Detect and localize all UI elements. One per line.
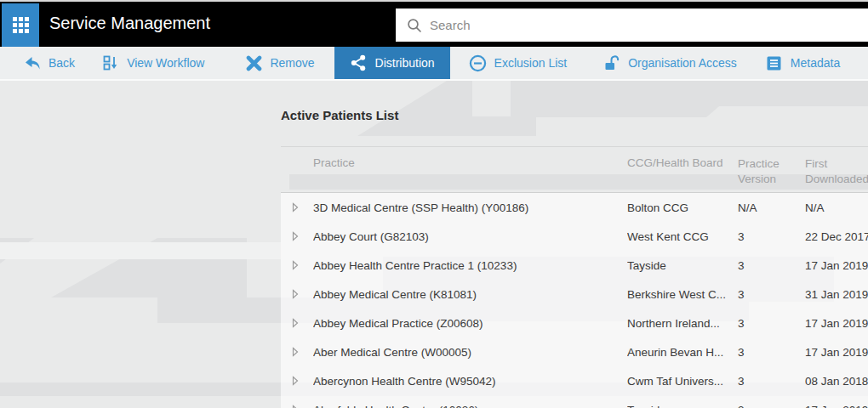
expand-column-header [281, 156, 313, 192]
grid-header-row: Practice CCG/Health Board Practice Versi… [281, 146, 868, 193]
row-expand-chevron[interactable] [281, 376, 313, 386]
cell-practice: Aber Medical Centre (W00005) [313, 346, 627, 359]
cell-practice: Abbey Health Centre Practice 1 (10233) [313, 259, 627, 272]
cell-first-downloaded: 17 Jan 2019 [805, 404, 868, 408]
organisation-access-button[interactable]: Organisation Access [601, 47, 739, 79]
cell-practice-version: 3 [738, 230, 805, 243]
cell-ccg: West Kent CCG [627, 230, 738, 243]
column-header-practice-version[interactable]: Practice Version [738, 156, 805, 192]
search-icon [407, 18, 422, 33]
cell-ccg: Cwm Taf Univers... [627, 375, 738, 388]
cell-practice: Abercynon Health Centre (W95042) [313, 375, 627, 388]
row-expand-chevron[interactable] [281, 318, 313, 328]
grid-icon [13, 17, 29, 33]
workflow-icon [101, 55, 120, 71]
metadata-label: Metadata [791, 56, 840, 70]
practices-grid: Practice CCG/Health Board Practice Versi… [281, 146, 868, 408]
distribution-label: Distribution [375, 56, 435, 70]
cell-ccg: Aneurin Bevan H... [627, 346, 738, 359]
cell-ccg: Bolton CCG [627, 201, 738, 214]
table-row[interactable]: Aber Medical Centre (W00005) Aneurin Bev… [281, 337, 868, 366]
cell-first-downloaded: 31 Jan 2019 [805, 288, 868, 301]
cell-first-downloaded: 22 Dec 2017 [805, 230, 868, 243]
cell-practice-version: N/A [738, 201, 805, 214]
cell-practice: Abbey Medical Practice (Z00608) [313, 317, 627, 330]
cell-practice-version: 3 [738, 259, 805, 272]
column-header-first-downloaded[interactable]: First Downloaded [805, 156, 868, 192]
row-expand-chevron[interactable] [281, 405, 313, 408]
table-row[interactable]: Abbey Court (G82103) West Kent CCG 3 22 … [281, 222, 868, 251]
cell-ccg: Tayside [627, 404, 738, 408]
row-expand-chevron[interactable] [281, 260, 313, 270]
cell-practice: Aberfeldy Health Centre (10036) [313, 404, 627, 408]
document-lines-icon [765, 55, 784, 71]
cell-practice: Abbey Medical Centre (K81081) [313, 288, 627, 301]
view-workflow-label: View Workflow [127, 56, 204, 70]
cell-ccg: Northern Ireland... [627, 317, 738, 330]
table-row[interactable]: Aberfeldy Health Centre (10036) Tayside … [281, 395, 868, 408]
minus-circle-icon [469, 54, 488, 72]
view-workflow-button[interactable]: View Workflow [100, 47, 206, 79]
row-expand-chevron[interactable] [281, 202, 313, 212]
share-icon [350, 54, 368, 71]
exclusion-list-label: Exclusion List [494, 56, 568, 70]
grid-body: 3D Medical Centre (SSP Health) (Y00186) … [281, 193, 868, 408]
distribution-button-active[interactable]: Distribution [334, 47, 450, 79]
back-button[interactable]: Back [21, 47, 77, 79]
cell-practice-version: 3 [738, 375, 805, 388]
service-management-window: Service Management Back [0, 0, 868, 408]
command-toolbar: Back View Workflow Remove [0, 47, 868, 81]
cell-practice-version: 3 [738, 317, 805, 330]
cell-first-downloaded: 17 Jan 2019 [805, 317, 868, 330]
search-box[interactable] [396, 8, 868, 42]
cell-first-downloaded: 17 Jan 2019 [805, 346, 868, 359]
cell-practice-version: 3 [738, 346, 805, 359]
cell-first-downloaded: 17 Jan 2019 [805, 259, 868, 272]
row-expand-chevron[interactable] [281, 289, 313, 299]
cell-practice: Abbey Court (G82103) [313, 230, 627, 243]
column-header-practice[interactable]: Practice [313, 156, 627, 192]
row-expand-chevron[interactable] [281, 231, 313, 241]
row-expand-chevron[interactable] [281, 347, 313, 357]
back-icon [23, 56, 42, 71]
app-title: Service Management [49, 14, 210, 33]
remove-label: Remove [270, 56, 314, 70]
cell-first-downloaded: N/A [805, 201, 868, 214]
top-app-bar: Service Management [0, 2, 868, 47]
column-header-ccg-health-board[interactable]: CCG/Health Board [627, 156, 738, 192]
table-row[interactable]: Abbey Health Centre Practice 1 (10233) T… [281, 251, 868, 280]
cell-practice: 3D Medical Centre (SSP Health) (Y00186) [313, 201, 627, 214]
cell-ccg: Tayside [627, 259, 738, 272]
table-row[interactable]: Abercynon Health Centre (W95042) Cwm Taf… [281, 366, 868, 395]
metadata-button[interactable]: Metadata [763, 47, 842, 79]
table-row[interactable]: Abbey Medical Practice (Z00608) Northern… [281, 309, 868, 337]
cell-ccg: Berkshire West C... [627, 288, 738, 301]
app-launcher-button[interactable] [2, 3, 39, 47]
organisation-access-label: Organisation Access [628, 56, 737, 70]
main-content: Active Patients List Practice CCG/Health… [0, 81, 868, 408]
cell-practice-version: 3 [738, 288, 805, 301]
unlocked-padlock-icon [602, 54, 621, 71]
remove-x-icon [244, 55, 263, 71]
exclusion-list-button[interactable]: Exclusion List [467, 47, 569, 79]
cell-first-downloaded: 08 Jan 2018 [805, 375, 868, 388]
page-title: Active Patients List [281, 108, 398, 122]
table-row[interactable]: 3D Medical Centre (SSP Health) (Y00186) … [281, 193, 868, 222]
table-row[interactable]: Abbey Medical Centre (K81081) Berkshire … [281, 280, 868, 309]
remove-button[interactable]: Remove [243, 47, 316, 79]
cell-practice-version: 3 [738, 404, 805, 408]
back-label: Back [49, 56, 75, 70]
search-input[interactable] [430, 18, 868, 32]
